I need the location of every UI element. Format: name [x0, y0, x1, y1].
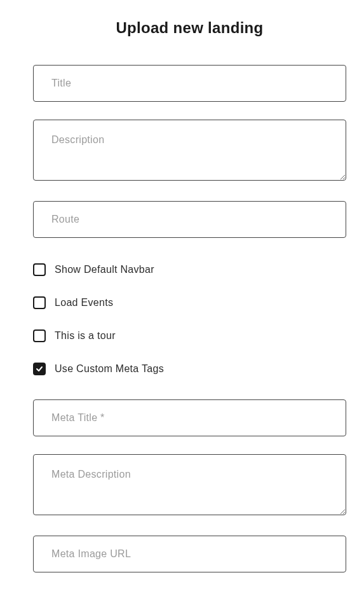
load-events-checkbox[interactable] [33, 296, 46, 309]
route-input[interactable] [33, 201, 346, 238]
show-navbar-checkbox[interactable] [33, 263, 46, 276]
check-icon [36, 365, 43, 373]
load-events-label: Load Events [55, 297, 113, 308]
is-tour-label: This is a tour [55, 330, 116, 342]
custom-meta-checkbox[interactable] [33, 363, 46, 375]
meta-title-input[interactable] [33, 399, 346, 436]
meta-image-url-input[interactable] [33, 536, 346, 572]
title-input[interactable] [33, 65, 346, 102]
page-title: Upload new landing [33, 19, 346, 37]
meta-description-textarea[interactable] [33, 454, 346, 515]
description-textarea[interactable] [33, 120, 346, 181]
custom-meta-label: Use Custom Meta Tags [55, 363, 164, 375]
is-tour-checkbox[interactable] [33, 329, 46, 342]
show-navbar-label: Show Default Navbar [55, 264, 154, 275]
